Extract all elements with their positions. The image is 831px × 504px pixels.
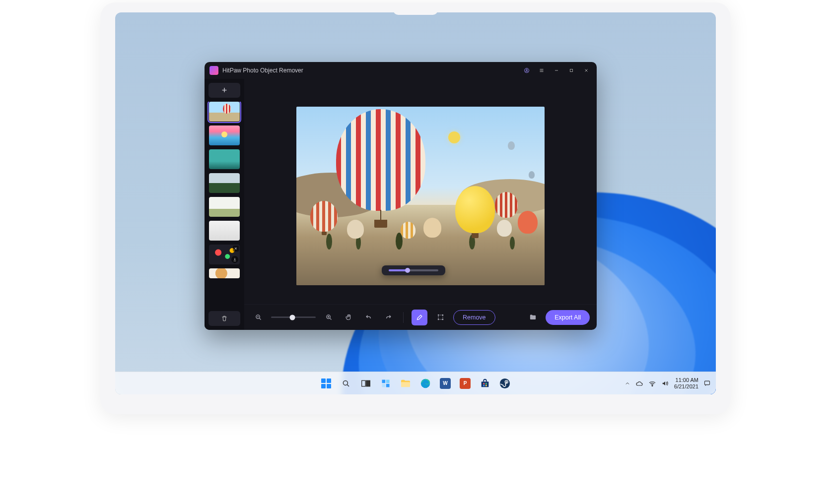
widgets-button[interactable] (379, 377, 392, 390)
titlebar[interactable]: HitPaw Photo Object Remover (205, 62, 597, 79)
steam-button[interactable] (498, 377, 511, 390)
svg-line-13 (330, 318, 331, 319)
windows-icon (321, 378, 331, 388)
export-label: Export All (554, 314, 581, 321)
redo-button[interactable] (381, 311, 395, 324)
maximize-icon (568, 67, 574, 73)
folder-icon (529, 314, 537, 321)
search-button[interactable] (340, 377, 352, 390)
remove-label: Remove (463, 314, 486, 321)
edge-button[interactable] (419, 377, 432, 390)
thumbnail-item[interactable] (209, 149, 240, 169)
thumbnail-item[interactable] (209, 173, 240, 193)
search-icon (342, 379, 350, 388)
file-explorer-button[interactable] (399, 377, 412, 390)
svg-line-22 (347, 384, 349, 386)
taskview-icon (361, 379, 371, 388)
thumbnail-item[interactable] (209, 102, 240, 122)
undo-button[interactable] (361, 311, 375, 324)
bottom-toolbar: Remove Export All (244, 304, 597, 330)
slider-knob[interactable] (290, 315, 295, 320)
task-view-button[interactable] (359, 377, 372, 390)
minimize-button[interactable] (549, 63, 564, 77)
hand-icon (345, 314, 352, 321)
svg-rect-24 (366, 380, 370, 386)
brush-icon (416, 314, 423, 321)
thumbnail-item[interactable] (209, 268, 240, 278)
hand-tool-button[interactable] (342, 311, 355, 324)
thumbnail-list[interactable]: × (208, 102, 241, 307)
svg-rect-16 (438, 315, 443, 319)
zoom-out-button[interactable] (251, 311, 265, 324)
store-button[interactable] (479, 377, 491, 390)
svg-point-1 (526, 69, 528, 71)
undo-icon (365, 314, 372, 321)
wifi-icon[interactable] (648, 380, 656, 387)
svg-point-39 (652, 385, 653, 386)
laptop-frame: HitPaw Photo Object Remover (100, 2, 731, 414)
zoom-slider[interactable] (271, 316, 316, 318)
svg-point-17 (438, 315, 439, 315)
volume-icon[interactable] (661, 380, 669, 387)
divider (403, 312, 404, 323)
add-image-button[interactable]: + (208, 83, 240, 98)
canvas-image[interactable] (296, 107, 545, 285)
thumbnail-close-icon[interactable]: × (233, 246, 239, 252)
laptop-notch (393, 2, 438, 15)
svg-rect-28 (386, 383, 390, 387)
menu-icon (539, 67, 545, 73)
svg-point-20 (442, 319, 443, 320)
taskbar: W P 11:00 AM 6/21/2021 (115, 372, 716, 394)
brush-size-slider[interactable] (389, 269, 438, 271)
chevron-up-icon[interactable] (624, 380, 630, 386)
app-window: HitPaw Photo Object Remover (205, 62, 597, 330)
sidebar: + (205, 79, 244, 330)
thumbnail-item[interactable]: × (209, 245, 240, 264)
brush-size-popup (382, 265, 445, 275)
selection-tool-button[interactable] (433, 311, 447, 324)
svg-rect-27 (382, 383, 386, 387)
start-button[interactable] (320, 377, 333, 390)
close-icon (583, 67, 589, 73)
svg-rect-26 (386, 379, 390, 383)
hamburger-menu-button[interactable] (534, 63, 549, 77)
app-logo-icon (209, 66, 218, 75)
taskbar-clock[interactable]: 11:00 AM 6/21/2021 (674, 377, 698, 390)
steam-icon (499, 378, 510, 389)
account-icon (524, 67, 530, 73)
sun-highlight (448, 131, 460, 143)
notification-icon[interactable] (703, 379, 711, 387)
delete-button[interactable] (208, 311, 240, 326)
store-icon (480, 378, 490, 389)
account-button[interactable] (519, 63, 534, 77)
balloon-yellow (455, 186, 495, 238)
svg-point-19 (438, 319, 439, 320)
close-button[interactable] (579, 63, 594, 77)
canvas-area (244, 79, 597, 304)
powerpoint-button[interactable]: P (459, 377, 472, 390)
export-all-button[interactable]: Export All (546, 310, 590, 325)
svg-rect-25 (382, 379, 386, 383)
output-folder-button[interactable] (526, 311, 540, 324)
svg-rect-33 (485, 383, 487, 384)
zoom-in-icon (325, 314, 333, 321)
word-button[interactable]: W (439, 377, 452, 390)
svg-rect-31 (482, 381, 489, 387)
zoom-in-button[interactable] (322, 311, 336, 324)
trash-icon (221, 315, 228, 322)
brush-tool-button[interactable] (412, 310, 427, 325)
svg-point-21 (343, 380, 347, 385)
cloud-icon[interactable] (635, 380, 643, 387)
slider-knob[interactable] (405, 268, 410, 273)
thumbnail-item[interactable] (209, 221, 240, 241)
svg-rect-32 (483, 383, 485, 384)
main-area: Remove Export All (244, 79, 597, 330)
taskbar-date: 6/21/2021 (674, 383, 698, 390)
thumbnail-item[interactable] (209, 197, 240, 217)
svg-point-36 (500, 378, 510, 388)
svg-line-10 (259, 318, 261, 319)
maximize-button[interactable] (564, 63, 579, 77)
remove-button[interactable]: Remove (453, 310, 495, 325)
page: HitPaw Photo Object Remover (0, 0, 831, 504)
thumbnail-item[interactable] (209, 126, 240, 145)
